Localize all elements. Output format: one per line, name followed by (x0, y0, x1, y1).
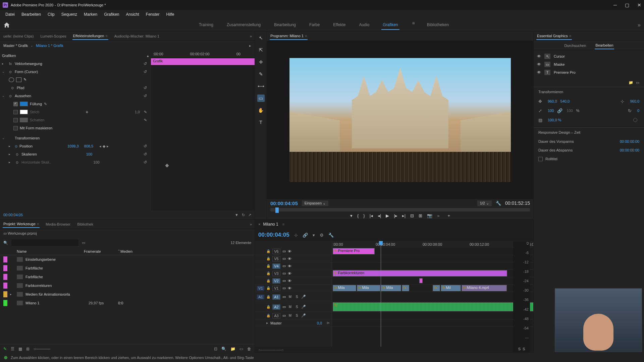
eg-edit-tab[interactable]: Bearbeiten (595, 42, 614, 49)
ws-color[interactable]: Farbe (308, 20, 321, 30)
clip-mila-2[interactable]: fxMila (357, 285, 380, 291)
col-media[interactable]: Medien (120, 249, 132, 253)
sequence-menu-icon[interactable]: ≡ (282, 222, 284, 226)
stroke-color-swatch[interactable] (20, 110, 28, 114)
minimize-button[interactable]: ─ (613, 2, 617, 8)
add-marker-button[interactable]: ▾ (350, 213, 353, 218)
mute-button[interactable]: M (288, 295, 292, 299)
stopwatch-icon[interactable]: ⊙ (10, 86, 15, 90)
effect-timecode[interactable]: 00:00:04:05 (3, 213, 23, 217)
menu-marken[interactable]: Marken (80, 11, 101, 18)
toggle-track-icon[interactable]: ▭ (282, 313, 286, 318)
go-to-in-button[interactable]: |◂ (370, 213, 373, 218)
toggle-track-icon[interactable]: ▭ (282, 249, 286, 253)
stopwatch-active-icon[interactable]: ⊙ (15, 144, 17, 148)
reset-icon[interactable]: ↺ (144, 85, 147, 90)
play-button[interactable]: ▶ (386, 213, 389, 218)
new-bin-button[interactable]: 📁 (230, 347, 235, 351)
fx-grafiken-header[interactable]: Grafiken (2, 54, 16, 58)
resolution-dropdown[interactable]: 1/2 ⌄ (477, 200, 492, 206)
eyedropper-icon[interactable]: ✎ (44, 102, 47, 106)
ws-audio[interactable]: Audio (358, 20, 371, 30)
export-frame-button[interactable]: 📷 (427, 213, 432, 218)
roll-checkbox[interactable] (538, 157, 543, 161)
position-y[interactable]: 808,5 (84, 144, 94, 148)
collapse-icon[interactable]: ▴ (147, 54, 149, 58)
program-timecode[interactable]: 00:00:04:05 (270, 200, 298, 206)
clip-mila-1[interactable]: fxMila (333, 285, 356, 291)
expand-icon[interactable]: ▸ (10, 293, 14, 296)
clip-short-2[interactable]: fx (433, 285, 440, 291)
project-item[interactable]: Farbkorrekturen (0, 281, 255, 290)
collapse-icon[interactable]: ⌄ (2, 136, 6, 140)
fx-aussehen[interactable]: Aussehen (15, 94, 31, 98)
pen-tool-icon[interactable]: ✎ (3, 347, 7, 351)
eg-layer[interactable]: 👁TPremiere Pro (537, 68, 641, 76)
toggle-track-icon[interactable]: ▭ (282, 295, 286, 299)
collapse-icon[interactable]: ⌄ (2, 70, 6, 73)
toggle-track-icon[interactable]: ▭ (282, 279, 286, 283)
timeline-ruler[interactable]: :00:00 00:00:04:00 00:00:08:00 00:00:12:… (332, 241, 533, 248)
reset-icon[interactable]: ↺ (144, 152, 147, 157)
ws-training[interactable]: Training (198, 20, 215, 30)
track-v1-target[interactable]: V1 (272, 286, 280, 291)
mark-out-button[interactable]: } (363, 213, 365, 218)
sequence-name[interactable]: Milano 1 (263, 222, 278, 227)
ellipse-shape-icon[interactable] (9, 77, 14, 82)
solo-button[interactable]: S (294, 305, 299, 309)
tab-audio-mixer[interactable]: Audioclip-Mischer: Milano 1 (114, 33, 160, 40)
track-v6-target[interactable]: V6 (272, 249, 280, 254)
eg-opacity[interactable]: 100,0 % (548, 118, 561, 122)
loop-icon[interactable]: ↻ (242, 213, 245, 217)
mask-checkbox[interactable] (13, 126, 18, 130)
program-monitor-canvas[interactable] (289, 58, 511, 182)
voice-record-icon[interactable]: 🎤 (301, 313, 306, 318)
pen-shape-icon[interactable]: ✎ (23, 77, 26, 82)
voice-record-icon[interactable]: 🎤 (301, 305, 306, 309)
toggle-track-icon[interactable]: ▭ (282, 305, 286, 309)
mute-button[interactable]: M (288, 314, 292, 317)
keyframe-marker[interactable] (165, 164, 169, 167)
toggle-track-icon[interactable]: ▭ (282, 256, 286, 261)
expand-icon[interactable]: ▸ (9, 153, 13, 156)
lock-icon[interactable]: 🔒 (266, 272, 270, 275)
new-layer-icon[interactable]: 📁 (629, 80, 633, 85)
tab-essential-graphics[interactable]: Essential Graphics≡ (536, 33, 572, 40)
stroke-width[interactable]: 1,0 (135, 110, 140, 114)
rect-shape-icon[interactable] (16, 77, 21, 82)
tab-media-browser[interactable]: Media-Browser (45, 221, 71, 228)
timeline-tracks[interactable]: :00:00 00:00:04:00 00:00:08:00 00:00:12:… (332, 241, 533, 347)
eye-icon[interactable]: 👁 (288, 279, 291, 283)
grafik-duration-bar[interactable]: Grafik (151, 58, 255, 65)
fx-transform-header[interactable]: Transformieren (15, 136, 40, 140)
toggle-track-icon[interactable]: ▭ (282, 286, 286, 290)
list-view-icon[interactable]: ☰ (11, 347, 14, 351)
eyedropper-icon[interactable]: ✎ (144, 118, 147, 122)
eg-rotation[interactable]: 0 (637, 109, 639, 113)
stroke-checkbox[interactable] (13, 110, 18, 114)
snap-icon[interactable]: ⊹ (294, 233, 298, 238)
freeform-view-icon[interactable]: ⊞ (26, 347, 30, 351)
go-to-out-button[interactable]: ▸| (402, 213, 406, 218)
trash-icon[interactable]: 🗑 (247, 347, 251, 351)
intro-value[interactable]: 00:00:00:00 (620, 139, 639, 143)
add-icon[interactable]: + (86, 109, 88, 115)
src-v1[interactable]: V1 (257, 286, 264, 291)
hscale-value[interactable]: 100 (93, 160, 99, 164)
timeline-timecode[interactable]: 00:00:04:05 (258, 232, 289, 238)
toggle-track-icon[interactable]: ▭ (282, 271, 286, 276)
wrench-icon[interactable]: 🔧 (328, 233, 334, 238)
ws-assembly[interactable]: Zusammenstellung (225, 20, 262, 30)
eg-pos-x[interactable]: 960,0 (548, 99, 557, 103)
filter-icon[interactable]: ▼ (235, 213, 238, 217)
eye-icon[interactable]: 👁 (288, 286, 291, 290)
lift-button[interactable]: ⊟ (410, 213, 414, 218)
step-forward-button[interactable]: |▸ (394, 213, 397, 218)
reset-icon[interactable]: ↺ (144, 160, 147, 165)
outro-value[interactable]: 00:00:00:00 (620, 148, 639, 152)
position-x[interactable]: 1099,3 (67, 144, 79, 148)
direct-select-icon[interactable]: ⇱ (257, 46, 265, 54)
fill-color-swatch[interactable] (20, 102, 28, 106)
menu-clip[interactable]: Clip (44, 11, 58, 18)
mute-button[interactable]: M (288, 305, 292, 309)
